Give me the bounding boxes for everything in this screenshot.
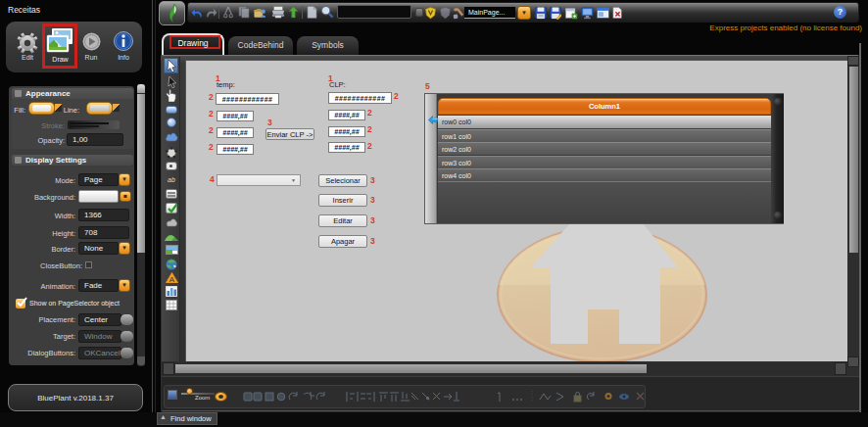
svg-text:A: A <box>169 275 175 283</box>
